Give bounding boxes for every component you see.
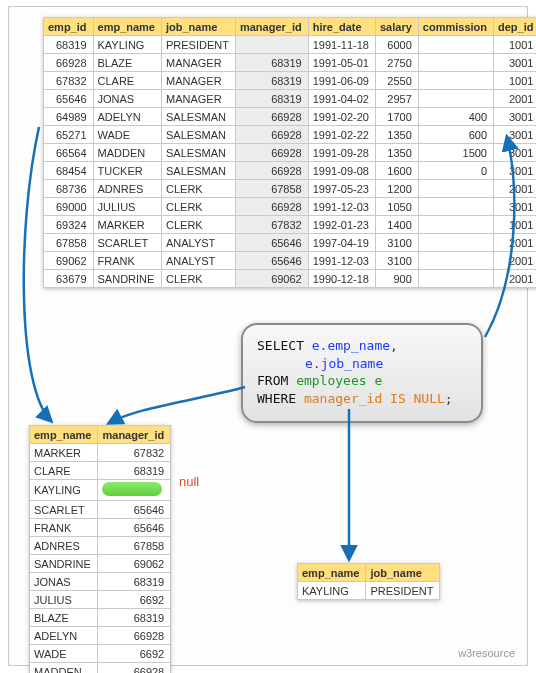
col-emp-name: emp_name (93, 18, 161, 36)
table-row: 65271WADESALESMAN669281991-02-2213506003… (44, 126, 537, 144)
col-hire-date: hire_date (308, 18, 375, 36)
employees-table: emp_idemp_namejob_namemanager_idhire_dat… (43, 17, 536, 288)
table-row: 66564MADDENSALESMAN669281991-09-28135015… (44, 144, 537, 162)
col-job-name: job_name (366, 564, 440, 582)
table-row: KAYLINGPRESIDENT (298, 582, 440, 600)
table-row: 68319KAYLINGPRESIDENT1991-11-1860001001 (44, 36, 537, 54)
col-emp-name: emp_name (30, 426, 98, 444)
table-row: WADE6692 (30, 645, 171, 663)
table-row: CLARE68319 (30, 462, 171, 480)
table-row: 65646JONASMANAGER683191991-04-0229572001 (44, 90, 537, 108)
table-row: 66928BLAZEMANAGER683191991-05-0127503001 (44, 54, 537, 72)
table-row: MARKER67832 (30, 444, 171, 462)
table-row: 68454TUCKERSALESMAN669281991-09-08160003… (44, 162, 537, 180)
col-commission: commission (418, 18, 493, 36)
col-salary: salary (376, 18, 419, 36)
table-row: ADELYN66928 (30, 627, 171, 645)
canvas: emp_idemp_namejob_namemanager_idhire_dat… (8, 6, 528, 666)
table-row: JONAS68319 (30, 573, 171, 591)
col-emp-name: emp_name (298, 564, 366, 582)
table-row: 69000JULIUSCLERK669281991-12-0310503001 (44, 198, 537, 216)
col-emp-id: emp_id (44, 18, 94, 36)
watermark: w3resource (458, 647, 515, 659)
from-kw: FROM (257, 373, 296, 388)
table-row: 68736ADNRESCLERK678581997-05-2312002001 (44, 180, 537, 198)
col-manager-id: manager_id (98, 426, 171, 444)
select-field1: e.emp_name (312, 338, 390, 353)
null-pill (102, 482, 162, 496)
table-row: FRANK65646 (30, 519, 171, 537)
table-row: SANDRINE69062 (30, 555, 171, 573)
table-row: BLAZE68319 (30, 609, 171, 627)
table-row: JULIUS6692 (30, 591, 171, 609)
table-row: KAYLING (30, 480, 171, 501)
table-row: 67832CLAREMANAGER683191991-06-0925501001 (44, 72, 537, 90)
sql-callout: SELECT e.emp_name, e.job_name FROM emplo… (241, 323, 483, 423)
where-cond: manager_id IS NULL (304, 391, 445, 406)
from-table: employees e (296, 373, 382, 388)
table-row: 64989ADELYNSALESMAN669281991-02-20170040… (44, 108, 537, 126)
table-row: MADDEN66928 (30, 663, 171, 674)
table-row: SCARLET65646 (30, 501, 171, 519)
table-row: 69324MARKERCLERK678321992-01-2314001001 (44, 216, 537, 234)
table-row: ADNRES67858 (30, 537, 171, 555)
select-field2: e.job_name (305, 356, 383, 371)
table-row: 67858SCARLETANALYST656461997-04-19310020… (44, 234, 537, 252)
where-kw: WHERE (257, 391, 304, 406)
select-kw: SELECT (257, 338, 312, 353)
col-dep-id: dep_id (494, 18, 537, 36)
col-job-name: job_name (162, 18, 236, 36)
projection-table: emp_namemanager_idMARKER67832CLARE68319K… (29, 425, 171, 673)
table-row: 69062FRANKANALYST656461991-12-0331002001 (44, 252, 537, 270)
table-row: 63679SANDRINECLERK690621990-12-189002001 (44, 270, 537, 288)
result-table: emp_namejob_nameKAYLINGPRESIDENT (297, 563, 440, 600)
col-manager-id: manager_id (235, 18, 308, 36)
null-label: null (179, 474, 199, 489)
